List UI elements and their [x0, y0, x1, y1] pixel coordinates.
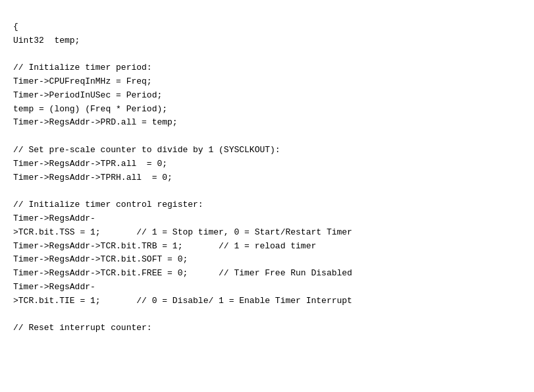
code-line: >TCR.bit.TIE = 1; // 0 = Disable/ 1 = En…: [13, 294, 521, 308]
code-line: Timer->RegsAddr->TPRH.all = 0;: [13, 171, 521, 185]
code-line: Timer->RegsAddr->TCR.bit.SOFT = 0;: [13, 253, 521, 267]
code-line: Timer->RegsAddr->PRD.all = temp;: [13, 116, 521, 130]
code-line: >TCR.bit.TSS = 1; // 1 = Stop timer, 0 =…: [13, 226, 521, 240]
code-line: // Reset interrupt counter:: [13, 322, 521, 335]
code-line: [13, 130, 521, 144]
code-line: {: [13, 20, 521, 34]
code-line: // Initialize timer control register:: [13, 198, 521, 212]
code-line: temp = (long) (Freq * Period);: [13, 103, 521, 117]
code-line: Timer->RegsAddr->TCR.bit.FREE = 0; // Ti…: [13, 267, 521, 281]
code-block: {Uint32 temp; // Initialize timer period…: [0, 0, 534, 342]
code-line: // Set pre-scale counter to divide by 1 …: [13, 144, 521, 157]
code-line: [13, 47, 521, 61]
code-line: Timer->RegsAddr->TPR.all = 0;: [13, 157, 521, 171]
code-line: Timer->RegsAddr-: [13, 212, 521, 226]
code-line: Uint32 temp;: [13, 34, 521, 48]
code-line: [13, 184, 521, 198]
code-line: Timer->CPUFreqInMHz = Freq;: [13, 75, 521, 89]
code-line: [13, 308, 521, 322]
code-line: // Initialize timer period:: [13, 61, 521, 75]
code-line: Timer->RegsAddr->TCR.bit.TRB = 1; // 1 =…: [13, 240, 521, 254]
code-line: Timer->RegsAddr-: [13, 281, 521, 294]
code-line: Timer->PeriodInUSec = Period;: [13, 89, 521, 103]
